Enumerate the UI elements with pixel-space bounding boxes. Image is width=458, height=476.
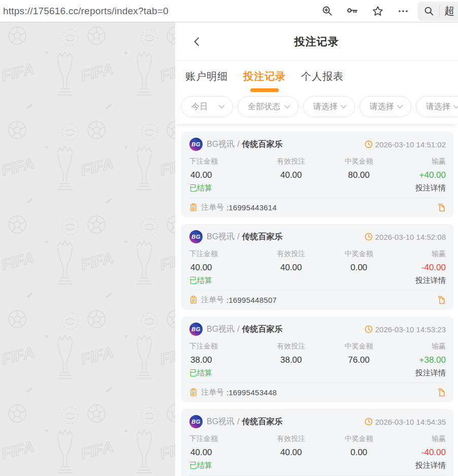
filter-select-dropdown-1[interactable]: 请选择 [303, 96, 355, 117]
valid-bet-label: 有效投注 [257, 157, 325, 166]
status-badge: 已结算 [189, 461, 212, 470]
valid-bet-value: 38.00 [257, 355, 325, 365]
provider-logo: BG [189, 323, 203, 336]
bookmark-star-icon[interactable] [372, 5, 384, 17]
order-number-label: 注单号 [201, 295, 224, 305]
chevron-down-icon [397, 105, 403, 109]
provider-logo: BG [189, 415, 203, 428]
bet-details-link[interactable]: 投注详情 [415, 461, 446, 470]
filter-label: 请选择 [370, 102, 394, 112]
bet-record-card: BG BG视讯 / 传统百家乐 2026-03-10 14:54:35 下注金额… [181, 409, 453, 476]
status-badge: 已结算 [189, 183, 212, 193]
win-amount-value: 76.00 [325, 355, 393, 365]
profit-value: +40.00 [393, 170, 446, 180]
chevron-down-icon [284, 105, 290, 109]
more-menu-icon[interactable] [397, 5, 409, 17]
provider-name: BG视讯 [207, 139, 235, 150]
valid-bet-value: 40.00 [257, 448, 325, 458]
browser-search-box[interactable]: 超 [417, 2, 458, 21]
provider-name: BG视讯 [207, 417, 235, 427]
browser-address-bar: https://175616.cc/reports/index?tab=0 [0, 0, 458, 22]
game-name: 传统百家乐 [242, 324, 283, 335]
clock-icon [365, 325, 373, 333]
provider-game-separator: / [237, 417, 239, 426]
valid-bet-label: 有效投注 [257, 249, 325, 259]
filter-select-dropdown-2[interactable]: 请选择 [359, 96, 411, 117]
bet-record-card: BG BG视讯 / 传统百家乐 2026-03-10 14:52:08 下注金额… [181, 224, 453, 310]
clock-icon [365, 140, 373, 148]
tab-bet-records[interactable]: 投注记录 [243, 70, 286, 94]
filter-label: 今日 [191, 102, 208, 112]
bet-amount-value: 38.00 [189, 355, 257, 365]
reports-panel: 投注记录 账户明细 投注记录 个人报表 今日 全部状态 [175, 22, 458, 476]
valid-bet-value: 40.00 [257, 263, 325, 273]
copy-order-icon[interactable] [437, 203, 446, 212]
order-note-icon [189, 388, 198, 397]
bet-amount-label: 下注金额 [189, 342, 257, 351]
game-name: 传统百家乐 [242, 139, 283, 150]
bet-details-link[interactable]: 投注详情 [415, 276, 446, 285]
copy-order-icon[interactable] [437, 388, 446, 397]
provider-logo: BG [189, 230, 203, 243]
order-number-value: 16995448507 [228, 296, 277, 304]
bet-record-card: BG BG视讯 / 传统百家乐 2026-03-10 14:51:02 下注金额… [181, 132, 453, 217]
order-number-value: 16995453448 [228, 388, 277, 397]
provider-game-separator: / [237, 325, 239, 334]
filter-status-dropdown[interactable]: 全部状态 [238, 96, 299, 117]
tab-underline [308, 88, 337, 92]
tab-label: 个人报表 [301, 70, 344, 83]
bet-amount-label: 下注金额 [189, 434, 257, 443]
back-button[interactable] [189, 34, 205, 49]
game-name: 传统百家乐 [242, 232, 283, 242]
provider-name: BG视讯 [207, 324, 235, 335]
profit-value: +38.00 [393, 355, 446, 365]
bet-amount-label: 下注金额 [189, 157, 257, 166]
page-header: 投注记录 [175, 22, 458, 61]
fifa-watermark-background: FIFA [0, 22, 175, 476]
tab-label: 投注记录 [243, 70, 286, 83]
win-amount-label: 中奖金额 [325, 342, 393, 351]
order-note-icon [189, 203, 198, 212]
search-separator [439, 6, 440, 17]
bet-details-link[interactable]: 投注详情 [415, 368, 446, 378]
valid-bet-value: 40.00 [257, 170, 325, 180]
filter-date-dropdown[interactable]: 今日 [181, 96, 233, 117]
status-badge: 已结算 [189, 276, 212, 285]
bet-time: 2026-03-10 14:53:23 [375, 325, 446, 334]
zoom-in-icon[interactable] [321, 5, 333, 17]
url-display[interactable]: https://175616.cc/reports/index?tab=0 [3, 6, 169, 17]
win-amount-value: 80.00 [325, 170, 393, 180]
bet-details-link[interactable]: 投注详情 [415, 183, 446, 193]
bet-record-card: BG BG视讯 / 传统百家乐 2026-03-10 14:53:23 下注金额… [181, 316, 453, 402]
order-number-label: 注单号 [201, 388, 224, 397]
win-amount-label: 中奖金额 [325, 157, 393, 166]
provider-name: BG视讯 [207, 232, 235, 242]
win-amount-value: 0.00 [325, 448, 393, 458]
profit-label: 输赢 [393, 157, 446, 166]
profit-value: -40.00 [393, 263, 446, 273]
bet-amount-value: 40.00 [189, 448, 257, 458]
tab-label: 账户明细 [185, 70, 228, 83]
provider-logo: BG [189, 138, 203, 151]
order-number-label: 注单号 [201, 203, 224, 212]
game-name: 传统百家乐 [242, 417, 283, 427]
valid-bet-label: 有效投注 [257, 434, 325, 443]
tab-personal-report[interactable]: 个人报表 [301, 70, 344, 94]
filter-label: 全部状态 [248, 102, 280, 112]
bet-time: 2026-03-10 14:52:08 [375, 233, 446, 241]
key-icon[interactable] [346, 5, 358, 17]
profit-label: 输赢 [393, 434, 446, 443]
bet-amount-value: 40.00 [189, 170, 257, 180]
bet-amount-label: 下注金额 [189, 249, 257, 259]
bet-record-list: BG BG视讯 / 传统百家乐 2026-03-10 14:51:02 下注金额… [175, 124, 458, 476]
status-badge: 已结算 [189, 368, 212, 378]
bet-amount-value: 40.00 [189, 263, 257, 273]
profit-label: 输赢 [393, 249, 446, 259]
tab-account-detail[interactable]: 账户明细 [185, 70, 228, 94]
bet-time: 2026-03-10 14:51:02 [375, 140, 446, 149]
copy-order-icon[interactable] [437, 295, 446, 305]
win-amount-label: 中奖金额 [325, 434, 393, 443]
filter-select-dropdown-3[interactable]: 请选择 [416, 96, 458, 117]
clock-icon [365, 418, 373, 426]
tab-underline [192, 88, 221, 92]
